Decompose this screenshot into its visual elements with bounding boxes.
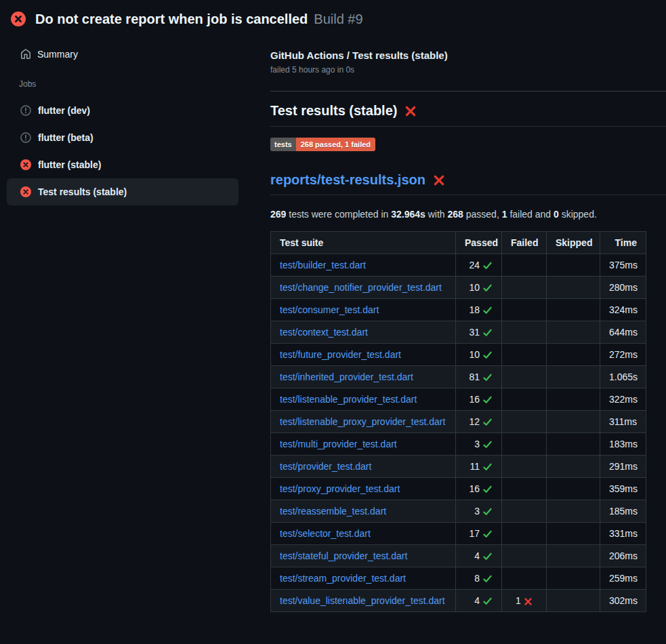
cell-passed: 81 xyxy=(456,366,502,388)
cell-time: 322ms xyxy=(600,388,646,411)
sidebar-item-flutter-stable[interactable]: flutter (stable) xyxy=(7,151,238,178)
cell-failed xyxy=(502,299,547,321)
cell-skipped xyxy=(547,523,600,545)
cell-passed: 8 xyxy=(456,567,502,590)
cell-failed xyxy=(502,456,547,478)
cell-passed: 31 xyxy=(456,321,502,344)
cross-mark-icon xyxy=(433,174,445,186)
passed-count: 17 xyxy=(469,528,480,539)
cell-test-suite: test/listenable_proxy_provider_test.dart xyxy=(271,411,456,433)
cancelled-icon xyxy=(20,132,31,143)
cell-skipped xyxy=(547,344,600,366)
summary-segment: 0 xyxy=(554,209,559,220)
cell-failed xyxy=(502,567,547,590)
cell-time: 324ms xyxy=(600,299,646,321)
cell-failed xyxy=(502,545,547,567)
cell-time: 291ms xyxy=(600,456,646,478)
column-header-skipped: Skipped xyxy=(547,232,600,254)
cell-failed xyxy=(502,478,547,500)
cell-skipped xyxy=(547,366,600,388)
cell-failed xyxy=(502,366,547,388)
cell-passed: 18 xyxy=(456,299,502,321)
test-suite-link[interactable]: test/value_listenable_provider_test.dart xyxy=(280,595,445,606)
cell-failed xyxy=(502,254,547,277)
sidebar-item-flutter-beta[interactable]: flutter (beta) xyxy=(7,124,238,151)
summary-segment: failed and xyxy=(507,209,554,220)
column-header-time: Time xyxy=(600,232,646,254)
cell-failed xyxy=(502,411,547,433)
test-suite-link[interactable]: test/multi_provider_test.dart xyxy=(280,439,397,449)
check-icon xyxy=(482,305,493,315)
test-suite-link[interactable]: test/consumer_test.dart xyxy=(280,304,379,315)
cell-time: 359ms xyxy=(600,478,646,500)
test-suite-link[interactable]: test/change_notifier_provider_test.dart xyxy=(280,282,442,293)
test-suite-link[interactable]: test/provider_test.dart xyxy=(280,461,371,472)
cell-time: 331ms xyxy=(600,523,646,545)
cell-test-suite: test/builder_test.dart xyxy=(271,254,456,277)
test-suite-link[interactable]: test/listenable_proxy_provider_test.dart xyxy=(280,416,445,427)
passed-count: 81 xyxy=(469,371,480,382)
section-title: Test results (stable) xyxy=(270,102,666,127)
badge-label: tests xyxy=(270,138,296,151)
passed-count: 10 xyxy=(469,349,480,360)
column-header-test-suite: Test suite xyxy=(271,232,456,254)
cell-time: 206ms xyxy=(600,545,646,567)
cell-time: 644ms xyxy=(600,321,646,344)
test-suite-link[interactable]: test/selector_test.dart xyxy=(280,528,371,539)
tests-badge: tests 268 passed, 1 failed xyxy=(270,138,375,151)
cell-test-suite: test/listenable_provider_test.dart xyxy=(271,388,456,411)
cell-skipped xyxy=(547,500,600,523)
check-icon xyxy=(482,260,493,270)
test-suite-link[interactable]: test/context_test.dart xyxy=(280,327,368,338)
report-file-link[interactable]: reports/test-results.json xyxy=(270,172,425,188)
check-run-page: Do not create report when job is cancell… xyxy=(0,0,666,612)
test-suite-link[interactable]: test/stateful_provider_test.dart xyxy=(280,550,407,561)
job-label: flutter (beta) xyxy=(38,132,93,143)
cell-time: 259ms xyxy=(600,567,646,590)
passed-count: 12 xyxy=(469,416,480,427)
job-label: flutter (stable) xyxy=(38,159,101,170)
cell-test-suite: test/reassemble_test.dart xyxy=(271,500,456,523)
test-suite-link[interactable]: test/future_provider_test.dart xyxy=(280,349,401,360)
sidebar-item-test-results-stable[interactable]: Test results (stable) xyxy=(7,178,238,205)
sidebar-item-summary[interactable]: Summary xyxy=(7,43,264,65)
run-meta: failed 5 hours ago in 0s xyxy=(270,64,666,75)
table-row: test/reassemble_test.dart3 185ms xyxy=(271,500,646,523)
cell-failed xyxy=(502,433,547,456)
cell-failed xyxy=(502,344,547,366)
sidebar-item-flutter-dev[interactable]: flutter (dev) xyxy=(7,97,238,124)
check-icon xyxy=(482,529,493,539)
cell-skipped xyxy=(547,388,600,411)
summary-segment: 268 xyxy=(448,209,463,220)
cell-skipped xyxy=(547,545,600,567)
cell-time: 1.065s xyxy=(600,366,646,388)
table-row: test/stream_provider_test.dart8 259ms xyxy=(271,567,646,590)
test-suite-link[interactable]: test/proxy_provider_test.dart xyxy=(280,483,400,494)
cancelled-icon xyxy=(20,105,31,116)
table-row: test/multi_provider_test.dart3 183ms xyxy=(271,433,646,456)
summary-segment: skipped. xyxy=(559,209,597,220)
cell-test-suite: test/selector_test.dart xyxy=(271,523,456,545)
cell-passed: 4 xyxy=(456,590,502,612)
cell-skipped xyxy=(547,277,600,299)
breadcrumb: GitHub Actions / Test results (stable) xyxy=(270,49,666,62)
check-icon xyxy=(482,439,493,449)
test-suite-link[interactable]: test/builder_test.dart xyxy=(280,260,366,270)
section-title-text: Test results (stable) xyxy=(270,102,397,119)
table-row: test/stateful_provider_test.dart4 206ms xyxy=(271,545,646,567)
cell-test-suite: test/provider_test.dart xyxy=(271,456,456,478)
test-suite-link[interactable]: test/stream_provider_test.dart xyxy=(280,573,406,584)
cell-passed: 17 xyxy=(456,523,502,545)
job-label: Test results (stable) xyxy=(38,186,127,197)
test-suite-link[interactable]: test/reassemble_test.dart xyxy=(280,506,386,517)
test-suite-link[interactable]: test/inherited_provider_test.dart xyxy=(280,371,413,382)
cell-test-suite: test/stream_provider_test.dart xyxy=(271,567,456,590)
table-row: test/provider_test.dart11 291ms xyxy=(271,456,646,478)
cell-passed: 16 xyxy=(456,478,502,500)
table-row: test/listenable_proxy_provider_test.dart… xyxy=(271,411,646,433)
test-suite-link[interactable]: test/listenable_provider_test.dart xyxy=(280,394,417,405)
cell-skipped xyxy=(547,299,600,321)
summary-segment: 1 xyxy=(502,209,507,220)
cell-test-suite: test/inherited_provider_test.dart xyxy=(271,366,456,388)
check-icon xyxy=(482,551,493,561)
